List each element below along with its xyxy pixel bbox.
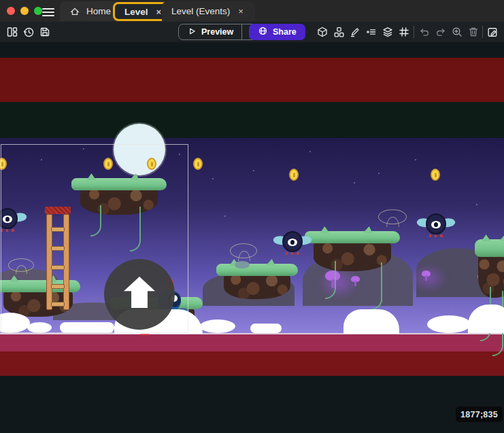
mushroom <box>351 276 360 286</box>
camera-frame <box>1 144 188 333</box>
toolbar-divider <box>482 26 483 38</box>
preview-button[interactable]: Preview <box>179 24 241 39</box>
home-icon <box>69 6 80 17</box>
object-groups-icon[interactable] <box>332 25 346 39</box>
tab-label: Home <box>86 6 111 16</box>
traffic-lights <box>7 7 42 15</box>
objects-3d-icon[interactable] <box>316 25 329 39</box>
cloud <box>200 319 235 333</box>
minimize-window-button[interactable] <box>20 7 29 15</box>
coin[interactable] <box>193 158 203 170</box>
share-label: Share <box>273 27 297 37</box>
editor-background <box>0 376 504 433</box>
play-icon <box>187 27 197 38</box>
ufo-outline[interactable] <box>378 209 407 224</box>
tab-label: Level (Events) <box>171 6 230 16</box>
menu-icon[interactable] <box>42 6 54 16</box>
edit-icon[interactable] <box>348 25 362 39</box>
instances-list-icon[interactable] <box>365 25 378 39</box>
close-window-button[interactable] <box>7 7 15 15</box>
zoom-window-button[interactable] <box>34 7 42 15</box>
grass-platform[interactable] <box>216 264 298 300</box>
preview-label: Preview <box>201 27 233 37</box>
cloud <box>427 315 471 333</box>
coin[interactable] <box>289 169 299 181</box>
mushroom <box>422 271 431 281</box>
scene-properties-icon[interactable] <box>486 25 499 39</box>
globe-icon <box>258 26 268 38</box>
coin[interactable] <box>431 169 440 181</box>
ufo-outline[interactable] <box>230 243 257 258</box>
tab-label: Level <box>124 7 148 17</box>
fly-enemy[interactable] <box>274 231 311 258</box>
history-icon[interactable] <box>22 25 35 39</box>
close-tab-icon[interactable]: × <box>236 5 246 17</box>
background-dark-band <box>0 102 504 138</box>
panels-icon[interactable] <box>5 25 19 39</box>
tab-home[interactable]: Home <box>60 1 120 21</box>
ground-mark <box>140 334 150 335</box>
titlebar: Home Level × Level (Events) × <box>0 0 504 22</box>
layers-icon[interactable] <box>381 25 394 39</box>
toolbar-divider <box>414 26 414 38</box>
background-red-band <box>0 58 504 102</box>
grid-icon[interactable] <box>397 25 411 39</box>
grass-platform[interactable] <box>305 231 400 273</box>
zoom-in-icon[interactable] <box>450 25 464 39</box>
toolbar: Preview Share <box>0 22 504 42</box>
ground-top-band <box>0 333 504 351</box>
delete-icon[interactable] <box>467 25 480 39</box>
cloud <box>250 324 282 333</box>
cloud <box>343 309 399 334</box>
fly-enemy[interactable] <box>418 213 454 241</box>
save-icon[interactable] <box>38 25 52 39</box>
ground-bottom-band <box>0 351 504 376</box>
rock <box>235 261 250 269</box>
grass-platform[interactable] <box>475 239 504 299</box>
cursor-coordinates: 1877;835 <box>456 406 503 422</box>
scene-canvas[interactable]: 1877;835 <box>0 42 504 433</box>
undo-icon[interactable] <box>418 25 431 39</box>
redo-icon[interactable] <box>434 25 448 39</box>
app-window: Home Level × Level (Events) × <box>0 0 504 433</box>
tab-level-events[interactable]: Level (Events) × <box>162 1 255 21</box>
share-button[interactable]: Share <box>249 24 305 40</box>
